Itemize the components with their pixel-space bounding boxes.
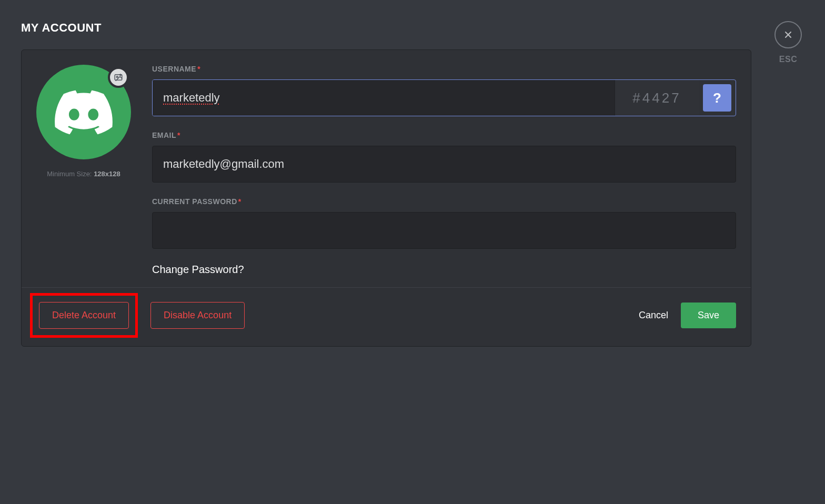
- delete-highlight: Delete Account: [30, 293, 138, 338]
- email-input[interactable]: [152, 146, 736, 183]
- save-button[interactable]: Save: [681, 303, 736, 328]
- avatar-upload[interactable]: [36, 65, 131, 159]
- upload-image-icon[interactable]: [108, 67, 129, 88]
- password-input[interactable]: [152, 212, 736, 249]
- close-icon: [783, 29, 793, 40]
- username-help-button[interactable]: ?: [703, 84, 731, 112]
- divider: [22, 287, 751, 288]
- page-title: MY ACCOUNT: [21, 21, 751, 35]
- email-label: EMAIL*: [152, 131, 736, 139]
- account-card: Minimum Size: 128x128 USERNAME* #4427 ?: [21, 49, 751, 347]
- close-button[interactable]: [774, 21, 802, 48]
- discord-icon: [55, 90, 113, 135]
- svg-point-1: [116, 76, 118, 78]
- delete-account-button[interactable]: Delete Account: [39, 302, 129, 329]
- password-label: CURRENT PASSWORD*: [152, 197, 736, 206]
- username-label: USERNAME*: [152, 65, 736, 73]
- change-password-link[interactable]: Change Password?: [152, 264, 736, 276]
- username-input[interactable]: [153, 80, 615, 116]
- min-size-label: Minimum Size: 128x128: [36, 170, 131, 178]
- esc-label: ESC: [779, 55, 797, 64]
- cancel-button[interactable]: Cancel: [639, 310, 668, 321]
- discriminator: #4427: [615, 80, 699, 116]
- avatar-section: Minimum Size: 128x128: [36, 65, 131, 276]
- disable-account-button[interactable]: Disable Account: [150, 302, 245, 329]
